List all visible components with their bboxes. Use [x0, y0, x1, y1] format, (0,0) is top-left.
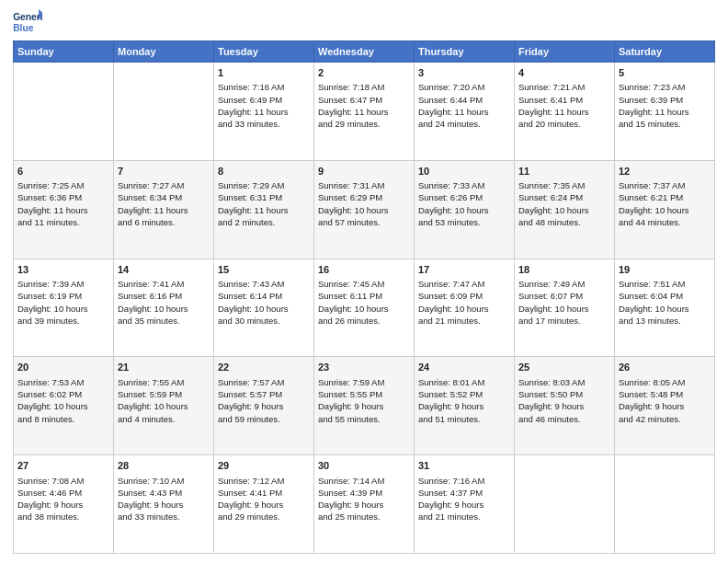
cell-text: and 2 minutes.: [218, 216, 310, 228]
calendar-cell: 6Sunrise: 7:25 AMSunset: 6:36 PMDaylight…: [14, 160, 114, 259]
cell-text: Daylight: 9 hours: [619, 400, 711, 412]
day-number: 24: [418, 361, 510, 374]
calendar-cell: 29Sunrise: 7:12 AMSunset: 4:41 PMDayligh…: [214, 455, 314, 554]
cell-text: and 20 minutes.: [518, 118, 610, 130]
cell-text: Sunrise: 7:39 AM: [17, 278, 109, 290]
cell-text: Sunrise: 7:55 AM: [118, 376, 210, 388]
cell-text: and 39 minutes.: [17, 315, 109, 327]
calendar-cell: [615, 455, 715, 554]
cell-text: Daylight: 10 hours: [518, 303, 610, 315]
svg-text:Blue: Blue: [13, 23, 34, 33]
cell-text: Daylight: 10 hours: [318, 204, 410, 216]
day-number: 25: [518, 361, 610, 374]
cell-text: Daylight: 10 hours: [118, 303, 210, 315]
calendar-cell: 24Sunrise: 8:01 AMSunset: 5:52 PMDayligh…: [415, 357, 515, 455]
day-header-wednesday: Wednesday: [314, 41, 415, 63]
cell-text: Sunset: 6:11 PM: [318, 290, 410, 302]
cell-text: and 53 minutes.: [418, 216, 510, 228]
day-number: 7: [118, 165, 210, 178]
cell-text: and 4 minutes.: [118, 413, 210, 425]
cell-text: Sunset: 5:50 PM: [518, 388, 610, 400]
cell-text: Sunrise: 7:31 AM: [318, 179, 410, 191]
cell-text: Sunset: 6:29 PM: [318, 191, 410, 203]
day-number: 11: [518, 165, 610, 178]
logo-icon: General Blue: [13, 9, 42, 35]
day-number: 5: [619, 66, 711, 80]
cell-text: and 48 minutes.: [518, 216, 610, 228]
calendar-cell: 23Sunrise: 7:59 AMSunset: 5:55 PMDayligh…: [314, 357, 415, 455]
cell-text: and 33 minutes.: [118, 511, 210, 523]
day-number: 29: [218, 459, 310, 473]
cell-text: Sunrise: 7:14 AM: [318, 475, 410, 487]
day-number: 20: [17, 361, 109, 374]
calendar-cell: 20Sunrise: 7:53 AMSunset: 6:02 PMDayligh…: [14, 357, 114, 455]
cell-text: and 26 minutes.: [318, 315, 410, 327]
cell-text: Sunset: 4:46 PM: [17, 487, 109, 499]
cell-text: Sunrise: 7:16 AM: [418, 475, 510, 487]
cell-text: Sunset: 6:09 PM: [418, 290, 510, 302]
cell-text: Daylight: 9 hours: [118, 499, 210, 511]
cell-text: Sunset: 6:19 PM: [17, 290, 109, 302]
cell-text: Sunrise: 7:53 AM: [17, 376, 109, 388]
day-number: 14: [118, 263, 210, 277]
cell-text: Sunrise: 7:20 AM: [418, 81, 510, 93]
calendar-cell: 18Sunrise: 7:49 AMSunset: 6:07 PMDayligh…: [515, 259, 615, 357]
calendar-cell: 14Sunrise: 7:41 AMSunset: 6:16 PMDayligh…: [114, 259, 214, 357]
cell-text: Sunset: 6:31 PM: [218, 191, 310, 203]
cell-text: and 25 minutes.: [318, 511, 410, 523]
cell-text: Sunrise: 7:27 AM: [118, 179, 210, 191]
calendar-table: SundayMondayTuesdayWednesdayThursdayFrid…: [13, 40, 715, 554]
day-number: 27: [17, 459, 109, 473]
cell-text: Sunset: 6:44 PM: [418, 94, 510, 106]
cell-text: Sunset: 6:39 PM: [619, 94, 711, 106]
day-header-thursday: Thursday: [415, 41, 515, 63]
day-number: 31: [418, 459, 510, 473]
cell-text: Sunset: 6:24 PM: [518, 191, 610, 203]
cell-text: Sunrise: 7:21 AM: [518, 81, 610, 93]
cell-text: and 57 minutes.: [318, 216, 410, 228]
cell-text: Daylight: 9 hours: [17, 499, 109, 511]
cell-text: and 21 minutes.: [418, 511, 510, 523]
calendar-cell: [114, 63, 214, 161]
cell-text: Sunset: 5:57 PM: [218, 388, 310, 400]
day-number: 8: [218, 165, 310, 178]
cell-text: Daylight: 9 hours: [418, 400, 510, 412]
cell-text: Sunset: 6:41 PM: [518, 94, 610, 106]
day-number: 23: [318, 361, 410, 374]
day-number: 21: [118, 361, 210, 374]
cell-text: Sunrise: 7:41 AM: [118, 278, 210, 290]
week-row-5: 27Sunrise: 7:08 AMSunset: 4:46 PMDayligh…: [14, 455, 715, 554]
cell-text: Sunrise: 7:51 AM: [619, 278, 711, 290]
cell-text: Sunset: 6:16 PM: [118, 290, 210, 302]
cell-text: and 15 minutes.: [619, 118, 711, 130]
calendar-cell: 31Sunrise: 7:16 AMSunset: 4:37 PMDayligh…: [415, 455, 515, 554]
cell-text: Sunset: 6:34 PM: [118, 191, 210, 203]
cell-text: Daylight: 10 hours: [17, 400, 109, 412]
calendar-cell: [14, 63, 114, 161]
day-header-friday: Friday: [515, 41, 615, 63]
day-header-sunday: Sunday: [14, 41, 114, 63]
cell-text: Sunrise: 7:12 AM: [218, 475, 310, 487]
header: General Blue: [13, 9, 715, 35]
cell-text: Sunrise: 7:45 AM: [318, 278, 410, 290]
day-number: 10: [418, 165, 510, 178]
cell-text: Daylight: 10 hours: [218, 303, 310, 315]
cell-text: Sunset: 6:02 PM: [17, 388, 109, 400]
svg-text:General: General: [13, 12, 42, 22]
cell-text: and 30 minutes.: [218, 315, 310, 327]
day-header-tuesday: Tuesday: [214, 41, 314, 63]
cell-text: and 11 minutes.: [17, 216, 109, 228]
cell-text: Daylight: 9 hours: [218, 400, 310, 412]
cell-text: and 38 minutes.: [17, 511, 109, 523]
cell-text: Daylight: 11 hours: [518, 106, 610, 118]
day-number: 2: [318, 66, 410, 80]
cell-text: Sunrise: 7:10 AM: [118, 475, 210, 487]
calendar-cell: 30Sunrise: 7:14 AMSunset: 4:39 PMDayligh…: [314, 455, 415, 554]
cell-text: Sunrise: 7:49 AM: [518, 278, 610, 290]
cell-text: and 13 minutes.: [619, 315, 711, 327]
calendar-cell: 11Sunrise: 7:35 AMSunset: 6:24 PMDayligh…: [515, 160, 615, 259]
day-number: 26: [619, 361, 711, 374]
day-number: 13: [17, 263, 109, 277]
cell-text: Sunset: 5:55 PM: [318, 388, 410, 400]
cell-text: and 51 minutes.: [418, 413, 510, 425]
